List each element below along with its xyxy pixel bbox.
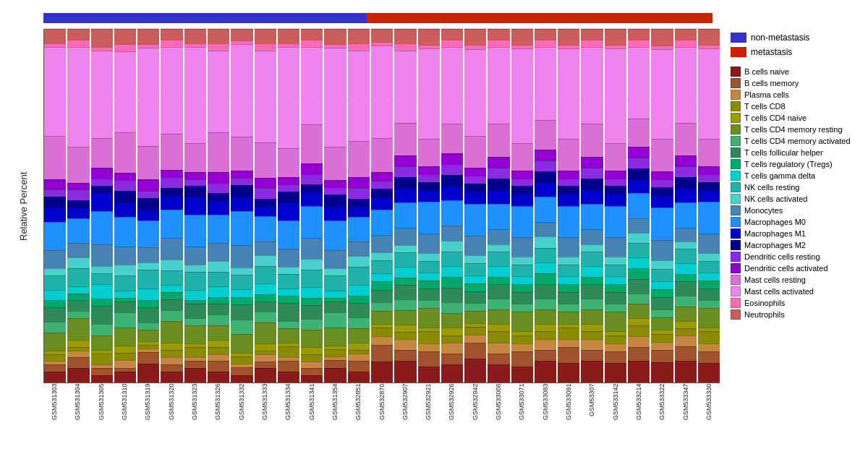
bar-segment <box>208 215 229 244</box>
bar-segment <box>184 272 206 290</box>
bar-segment <box>255 142 276 178</box>
bar-segment <box>558 312 579 323</box>
bar-segment <box>441 226 463 240</box>
bar-segment <box>67 311 89 318</box>
bar-segment <box>581 277 603 284</box>
bar-segment <box>255 354 276 362</box>
bar-segment <box>394 361 416 383</box>
bar-segment <box>301 305 323 320</box>
legend-cell-item: T cells CD4 naive <box>731 113 861 123</box>
bar-segment <box>278 303 299 321</box>
bar-segment <box>675 188 697 202</box>
bar-segment <box>698 289 720 300</box>
x-label-item: GSM533142 <box>605 383 626 463</box>
bar-segment <box>394 188 416 202</box>
bar-segment <box>301 362 323 369</box>
bar-segment <box>348 29 370 43</box>
bar-segment <box>394 325 416 332</box>
bar-segment <box>137 146 159 180</box>
x-label-item: GSM531304 <box>67 383 88 463</box>
bar-segment <box>464 184 486 192</box>
bar-segment <box>628 336 650 347</box>
legend-cell-item: T cells follicular helper <box>731 148 861 158</box>
bar-segment <box>67 189 89 200</box>
bar-segment <box>161 299 182 310</box>
bar-segment <box>301 124 323 163</box>
bar-segment <box>698 190 720 202</box>
bar-segment <box>464 49 486 137</box>
bar-segment <box>418 351 440 367</box>
x-label-text: GSM531326 <box>214 383 221 463</box>
bar-segment <box>464 291 486 303</box>
bar-segment <box>91 324 113 335</box>
bar-segment <box>161 188 182 195</box>
legend-group-item: non-metastasis <box>731 33 861 43</box>
bar-segment <box>255 302 276 312</box>
bar-segment <box>418 367 440 383</box>
legend-group-swatch <box>731 33 746 43</box>
x-label-item: GSM533006 <box>488 383 509 463</box>
bar-segment <box>348 296 370 303</box>
bar-segment <box>161 238 182 260</box>
bar-segment <box>255 178 276 189</box>
bar-segment <box>488 244 509 252</box>
bar-segment <box>394 245 416 252</box>
bar-segment <box>231 334 252 353</box>
x-label-text: GSM533322 <box>658 383 665 463</box>
bar-segment <box>441 241 463 252</box>
bar-column <box>418 29 440 383</box>
bar-segment <box>535 248 556 262</box>
bar-segment <box>605 343 626 351</box>
bar-segment <box>278 321 299 328</box>
legend-cell-item: T cells gamma delta <box>731 171 861 181</box>
x-label-text: GSM531304 <box>74 383 81 463</box>
bar-segment <box>208 304 229 315</box>
x-label-text: GSM531323 <box>191 383 198 463</box>
bar-segment <box>67 147 89 182</box>
bar-segment <box>511 171 533 179</box>
bar-segment <box>278 29 299 43</box>
bar-segment <box>535 284 556 299</box>
bar-segment <box>605 29 626 45</box>
bar-segment <box>348 267 370 285</box>
bar-segment <box>558 347 579 363</box>
x-label-item: GSM532870 <box>370 383 392 463</box>
bar-segment <box>231 44 252 137</box>
bar-segment <box>605 351 626 363</box>
legend-cell-swatch <box>731 78 741 88</box>
bar-column <box>137 29 159 383</box>
bar-segment <box>137 270 159 289</box>
bar-segment <box>67 40 89 47</box>
bar-segment <box>255 199 276 206</box>
bar-segment <box>418 174 440 182</box>
x-label-item: GSM533322 <box>651 383 673 463</box>
legend-cell-label: B cells naive <box>744 67 789 76</box>
bar-segment <box>91 244 113 266</box>
bar-segment <box>184 143 206 172</box>
bar-segment <box>535 273 556 284</box>
bar-segment <box>464 176 486 184</box>
bar-segment <box>137 352 159 364</box>
x-label-text: GSM532851 <box>354 383 362 463</box>
legend-cell-swatch <box>731 113 741 123</box>
bar-segment <box>184 265 206 272</box>
bar-segment <box>535 47 556 120</box>
bar-segment <box>535 120 556 149</box>
legend-group-item: metastasis <box>731 47 861 57</box>
bar-column <box>324 29 346 383</box>
bar-segment <box>441 124 463 153</box>
bar-segment <box>394 267 416 278</box>
bar-segment <box>675 307 697 321</box>
bar-segment <box>651 208 673 240</box>
bar-segment <box>511 29 533 45</box>
legend-items: B cells naiveB cells memoryPlasma cellsT… <box>731 67 861 321</box>
bar-segment <box>324 368 346 383</box>
bar-segment <box>208 172 229 183</box>
bar-segment <box>208 132 229 171</box>
bar-segment <box>535 40 556 47</box>
bar-segment <box>324 187 346 195</box>
legend-cell-label: T cells gamma delta <box>744 171 815 180</box>
bar-column <box>208 29 229 383</box>
bar-segment <box>184 179 206 187</box>
bar-column <box>651 29 673 383</box>
